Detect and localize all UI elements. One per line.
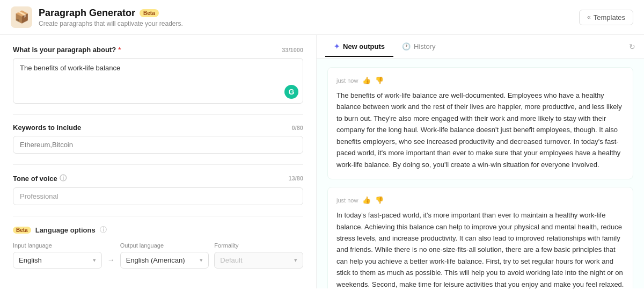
templates-label: Templates xyxy=(594,13,625,21)
app-subtitle: Create paragraphs that will captivate yo… xyxy=(39,20,183,27)
grammarly-icon: G xyxy=(284,85,298,99)
output-meta-2: just now 👍 👎 xyxy=(336,196,624,204)
formality-col: Formality Default ▾ xyxy=(214,242,303,269)
tone-label-text: Tone of voice xyxy=(13,175,57,183)
timestamp-2: just now xyxy=(336,197,358,204)
tab-history-label: History xyxy=(414,42,435,50)
output-meta-1: just now 👍 👎 xyxy=(336,76,624,84)
output-tabs-bar: ✦ New outputs 🕐 History ↻ xyxy=(317,35,644,59)
paragraph-input[interactable] xyxy=(20,64,296,96)
thumbdown-icon-2[interactable]: 👎 xyxy=(375,196,384,204)
templates-button[interactable]: « Templates xyxy=(579,10,633,25)
app-title-block: Paragraph Generator Beta Create paragrap… xyxy=(39,8,183,27)
main-layout: What is your paragraph about? * 33/1000 … xyxy=(0,35,644,288)
language-options-section: Beta Language options ⓘ Input language E… xyxy=(13,225,303,269)
beta-badge: Beta xyxy=(140,9,159,17)
header-left: 📦 Paragraph Generator Beta Create paragr… xyxy=(11,6,183,28)
paragraph-field-label: What is your paragraph about? * 33/1000 xyxy=(13,46,303,54)
tone-input[interactable] xyxy=(13,187,303,205)
left-panel: What is your paragraph about? * 33/1000 … xyxy=(0,35,317,288)
divider-1 xyxy=(13,114,303,115)
output-block-2: just now 👍 👎 In today's fast-paced world… xyxy=(327,187,633,288)
output-content: just now 👍 👎 The benefits of work-life b… xyxy=(317,59,644,288)
divider-3 xyxy=(13,216,303,216)
tab-new-outputs[interactable]: ✦ New outputs xyxy=(325,37,393,57)
keywords-input[interactable] xyxy=(13,136,303,154)
keywords-char-count: 0/80 xyxy=(292,125,303,131)
input-lang-select[interactable]: English ▾ xyxy=(13,252,102,269)
output-text-1: The benefits of work-life balance are we… xyxy=(336,90,624,170)
tab-history[interactable]: 🕐 History xyxy=(393,37,444,57)
output-block-1: just now 👍 👎 The benefits of work-life b… xyxy=(327,67,633,179)
keywords-label-text: Keywords to include xyxy=(13,124,81,132)
paragraph-label-text: What is your paragraph about? xyxy=(13,46,116,54)
output-text-2: In today's fast-paced world, it's more i… xyxy=(336,209,624,288)
thumbdown-icon-1[interactable]: 👎 xyxy=(375,76,384,84)
tone-info-icon[interactable]: ⓘ xyxy=(60,173,67,183)
output-lang-chevron: ▾ xyxy=(200,257,203,264)
lang-section-label: Language options xyxy=(35,226,96,234)
refresh-icon[interactable]: ↻ xyxy=(629,42,635,51)
input-lang-chevron: ▾ xyxy=(93,257,96,264)
paragraph-section: What is your paragraph about? * 33/1000 … xyxy=(13,46,303,104)
app-icon: 📦 xyxy=(11,6,32,28)
required-indicator: * xyxy=(118,46,121,54)
tab-new-outputs-label: New outputs xyxy=(343,42,385,50)
app-header: 📦 Paragraph Generator Beta Create paragr… xyxy=(0,0,644,35)
output-lang-select[interactable]: English (American) ▾ xyxy=(120,252,209,269)
lang-beta-badge: Beta xyxy=(13,227,31,234)
keywords-section: Keywords to include 0/80 xyxy=(13,124,303,154)
new-outputs-icon: ✦ xyxy=(334,42,340,50)
paragraph-textarea-wrapper: G xyxy=(13,58,303,104)
formality-select[interactable]: Default ▾ xyxy=(214,252,303,269)
thumbup-icon-2[interactable]: 👍 xyxy=(362,196,371,204)
timestamp-1: just now xyxy=(336,77,358,84)
paragraph-char-count: 33/1000 xyxy=(282,47,303,53)
lang-arrow: → xyxy=(107,256,115,269)
input-lang-col: Input language English ▾ xyxy=(13,242,102,269)
formality-value: Default xyxy=(220,256,242,264)
chevrons-icon: « xyxy=(587,13,591,21)
app-title: Paragraph Generator xyxy=(39,8,135,19)
history-icon: 🕐 xyxy=(402,42,411,50)
tone-section: Tone of voice ⓘ 13/80 xyxy=(13,173,303,205)
lang-section-header: Beta Language options ⓘ xyxy=(13,225,303,235)
tone-char-count: 13/80 xyxy=(288,175,303,182)
thumbup-icon-1[interactable]: 👍 xyxy=(362,76,371,84)
formality-chevron: ▾ xyxy=(294,257,297,264)
keywords-field-label: Keywords to include 0/80 xyxy=(13,124,303,132)
right-panel: ✦ New outputs 🕐 History ↻ just now 👍 👎 T xyxy=(317,35,644,288)
tone-field-label: Tone of voice ⓘ 13/80 xyxy=(13,173,303,183)
lang-info-icon[interactable]: ⓘ xyxy=(100,225,107,235)
output-lang-col: Output language English (American) ▾ xyxy=(120,242,209,269)
input-lang-value: English xyxy=(19,256,42,264)
output-lang-label: Output language xyxy=(120,242,209,249)
divider-2 xyxy=(13,164,303,165)
output-lang-value: English (American) xyxy=(126,256,185,264)
tabs-left: ✦ New outputs 🕐 History xyxy=(325,37,444,56)
lang-row: Input language English ▾ → Output langua… xyxy=(13,242,303,269)
input-lang-label: Input language xyxy=(13,242,102,249)
formality-label: Formality xyxy=(214,242,303,249)
